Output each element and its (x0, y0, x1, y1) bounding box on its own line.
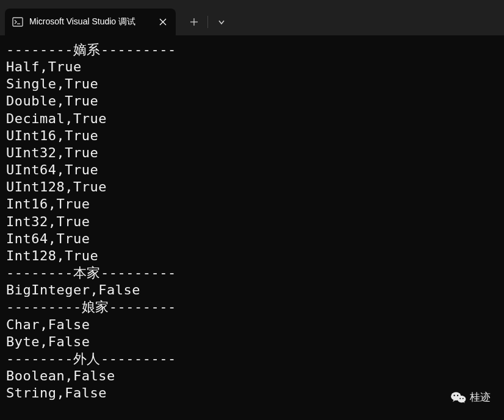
svg-point-9 (458, 396, 466, 402)
active-tab[interactable]: Microsoft Visual Studio 调试 (5, 9, 176, 35)
terminal-line: String,False (6, 385, 498, 402)
terminal-line: Double,True (6, 93, 498, 110)
svg-point-7 (453, 394, 455, 396)
terminal-line: ---------娘家-------- (6, 299, 498, 316)
window-titlebar: Microsoft Visual Studio 调试 (0, 0, 504, 35)
terminal-line: BigInteger,False (6, 282, 498, 299)
terminal-line: Decimal,True (6, 110, 498, 127)
terminal-icon (12, 16, 23, 27)
terminal-line: Single,True (6, 76, 498, 93)
terminal-line: --------本家--------- (6, 265, 498, 282)
terminal-output: --------嫡系---------Half,TrueSingle,TrueD… (0, 35, 504, 402)
terminal-line: Int128,True (6, 247, 498, 265)
close-tab-button[interactable] (157, 16, 168, 27)
terminal-line: Byte,False (6, 333, 498, 351)
new-tab-button[interactable] (181, 9, 207, 35)
terminal-line: Int32,True (6, 213, 498, 230)
watermark-text: 桂迹 (470, 390, 491, 404)
terminal-line: --------嫡系--------- (6, 41, 498, 59)
terminal-line: Int64,True (6, 230, 498, 247)
terminal-line: --------外人--------- (6, 351, 498, 368)
terminal-line: UInt32,True (6, 144, 498, 162)
svg-point-10 (459, 397, 461, 399)
wechat-icon (450, 391, 466, 404)
terminal-line: UInt16,True (6, 127, 498, 144)
terminal-line: UInt128,True (6, 179, 498, 196)
svg-point-8 (457, 394, 458, 396)
titlebar-actions (176, 9, 235, 35)
terminal-line: Half,True (6, 59, 498, 76)
svg-rect-0 (13, 18, 23, 26)
terminal-line: Char,False (6, 316, 498, 333)
tab-dropdown-button[interactable] (208, 9, 235, 35)
tab-title: Microsoft Visual Studio 调试 (29, 16, 146, 27)
svg-point-11 (463, 397, 464, 399)
terminal-line: UInt64,True (6, 162, 498, 179)
terminal-line: Boolean,False (6, 368, 498, 385)
terminal-line: Int16,True (6, 196, 498, 213)
watermark: 桂迹 (450, 390, 491, 404)
